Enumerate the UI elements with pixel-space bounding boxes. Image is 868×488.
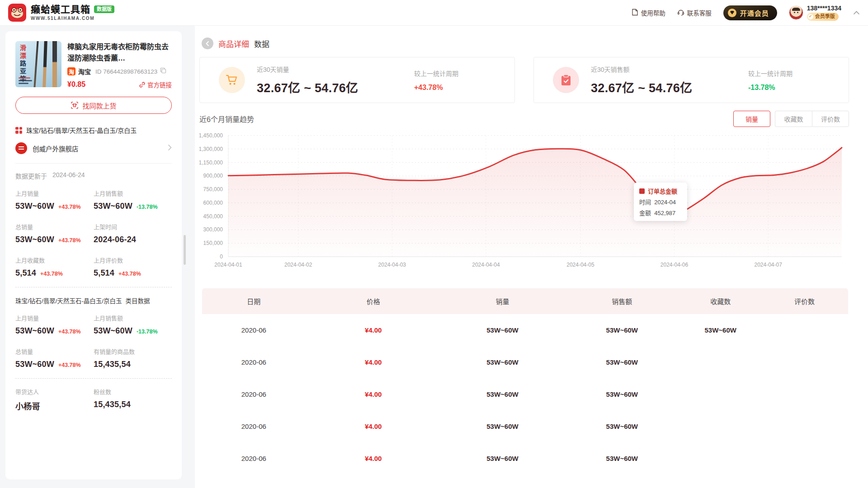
open-vip-button[interactable]: 开通会员 [723, 5, 777, 20]
copy-icon[interactable] [160, 67, 166, 75]
svg-text:2024-04-06: 2024-04-06 [660, 262, 689, 268]
influencer-grid: 带货达人 小杨哥 粉丝数 15,435,54 [15, 387, 172, 412]
table-cell: 2020-06 [202, 326, 306, 334]
card-delta: -13.78% [748, 84, 793, 92]
help-link[interactable]: 使用帮助 [632, 8, 665, 17]
table-row[interactable]: 2020-06¥4.0053W~60W53W~60W53W~60W [202, 314, 848, 346]
card-value: 32.67亿 ~ 54.76亿 [591, 78, 740, 96]
chart-tab-sales[interactable]: 销量 [733, 111, 770, 127]
table-cell: 53W~60W [564, 358, 680, 366]
shop-row[interactable]: 创威户外旗舰店 [15, 142, 172, 154]
category-stat-cell: 上月销量53W~60W+43.78% [15, 314, 94, 336]
table-header-cell: 日期 [202, 296, 306, 306]
back-button[interactable] [202, 38, 213, 49]
stat-delta: -13.78% [137, 204, 158, 210]
svg-text:1,300,000: 1,300,000 [199, 146, 223, 152]
product-stat-cell: 总销量53W~60W+43.78% [15, 222, 94, 244]
svg-text:900,000: 900,000 [203, 173, 223, 179]
category-data-title: 珠宝/钻石/翡翠/天然玉石-晶白玉/京白玉类目数据 [15, 296, 172, 305]
table-row[interactable]: 2020-06¥4.0053W~60W53W~60W [202, 378, 848, 410]
product-image-bullets [19, 77, 32, 84]
table-cell: 53W~60W [680, 326, 761, 334]
category-stat-cell: 上月销售额53W~60W-13.78% [94, 314, 172, 336]
scan-shirt-icon [71, 101, 79, 109]
stat-delta: +43.78% [40, 271, 63, 277]
avatar [789, 5, 803, 20]
table-row[interactable]: 2020-06¥4.0053W~60W53W~60W [202, 410, 848, 442]
updated-date: 2024-06-24 [52, 171, 85, 180]
top-right-nav: 使用帮助 联系客服 开通会员 [632, 5, 860, 21]
table-cell: 53W~60W [564, 455, 680, 462]
stat-delta: +43.78% [58, 237, 81, 244]
product-sidebar: 滑漂路亚竿 樟脑丸家用无毒衣柜防霉防虫去湿防潮除虫香薰… 淘 淘宝 ID 766… [5, 31, 182, 479]
table-header-cell: 评价数 [761, 296, 848, 306]
product-id: ID 7664428987663123 [95, 68, 157, 75]
data-edition-badge: 数据版 [94, 5, 114, 13]
sales-amount-card: 近30天销售额 32.67亿 ~ 54.76亿 较上一统计周期 -13.78% [533, 57, 849, 103]
shop-name: 创威户外旗舰店 [33, 144, 79, 153]
chevron-up-icon[interactable] [853, 9, 860, 17]
top-bar: 癞蛤蟆工具箱 数据版 WWW.51LAIHAMA.COM 使用帮助 [0, 0, 868, 26]
product-title: 樟脑丸家用无毒衣柜防霉防虫去湿防潮除虫香薰… [67, 41, 172, 64]
category-row: 珠宝/钻石/翡翠/天然玉石-晶白玉/京白玉 [15, 126, 172, 135]
card-label: 近30天销量 [257, 65, 406, 74]
user-account[interactable]: 138****1334 ✔ 会员季版 [789, 5, 841, 21]
stat-value: 53W~60W [15, 326, 54, 336]
document-icon [632, 9, 638, 17]
official-link[interactable]: 官方链接 [139, 80, 172, 89]
link-icon [139, 82, 145, 88]
find-same-item-button[interactable]: 找同款上货 [15, 97, 172, 114]
stat-label: 上月收藏数 [15, 256, 94, 264]
page: 癞蛤蟆工具箱 数据版 WWW.51LAIHAMA.COM 使用帮助 [0, 0, 868, 488]
table-cell: 2020-06 [202, 455, 306, 462]
history-table: 日期价格销量销售额收藏数评价数 2020-06¥4.0053W~60W53W~6… [202, 288, 848, 488]
chart-tab-group: 销量收藏数评价数 [733, 111, 849, 127]
svg-text:2024-04-05: 2024-04-05 [566, 262, 594, 268]
compare-label: 较上一统计周期 [414, 69, 458, 78]
stat-label: 有销量的商品数 [94, 347, 172, 356]
app-title: 癞蛤蟆工具箱 [31, 5, 90, 14]
toad-logo-icon [8, 4, 26, 22]
product-image[interactable]: 滑漂路亚竿 [15, 41, 61, 87]
cart-icon [219, 67, 245, 93]
stat-value: 53W~60W [15, 202, 54, 211]
stat-label: 上月销售额 [94, 189, 172, 197]
contact-support-link[interactable]: 联系客服 [677, 8, 712, 17]
brand-url: WWW.51LAIHAMA.COM [31, 16, 114, 21]
table-row[interactable]: 2020-06¥4.0053W~60W53W~60W [202, 474, 848, 488]
chevron-right-icon [168, 144, 172, 152]
svg-text:2024-04-03: 2024-04-03 [378, 262, 406, 268]
table-cell: 2020-06 [202, 422, 306, 430]
clipboard-icon [553, 67, 579, 93]
brand-text: 癞蛤蟆工具箱 数据版 WWW.51LAIHAMA.COM [31, 5, 114, 21]
svg-text:300,000: 300,000 [203, 226, 223, 233]
table-cell: 53W~60W [564, 422, 680, 430]
table-row[interactable]: 2020-06¥4.0053W~60W53W~60W [202, 346, 848, 378]
stat-value: 5,514 [15, 268, 36, 278]
stat-delta: +43.78% [58, 204, 81, 210]
svg-text:2024-04-02: 2024-04-02 [284, 262, 312, 268]
svg-text:150,000: 150,000 [203, 240, 223, 246]
table-cell: ¥4.00 [306, 326, 441, 334]
chart-tab-reviews[interactable]: 评价数 [812, 111, 849, 127]
stat-delta: +43.78% [58, 362, 81, 368]
scrollbar-thumb[interactable] [184, 235, 186, 265]
page-title-suffix: 数据 [254, 38, 269, 49]
stat-label: 上月销售额 [94, 314, 172, 322]
chart-tooltip: 订单总金额 时间 2024-04 金额 452,987 [634, 183, 687, 221]
chart-title: 近6个月销量趋势 [199, 113, 254, 124]
platform-label: 淘宝 [78, 67, 91, 76]
taobao-icon: 淘 [67, 67, 75, 75]
stat-label: 总销量 [15, 222, 94, 231]
vip-diamond-icon [728, 9, 736, 17]
chart-tab-favorites[interactable]: 收藏数 [775, 111, 812, 127]
product-price: ¥0.85 [67, 80, 85, 89]
brand: 癞蛤蟆工具箱 数据版 WWW.51LAIHAMA.COM [8, 4, 114, 22]
product-stat-cell: 上月销量53W~60W+43.78% [15, 189, 94, 211]
stat-delta: -13.78% [137, 328, 158, 335]
table-row[interactable]: 2020-06¥4.0053W~60W53W~60W [202, 442, 848, 474]
stat-value: 53W~60W [15, 235, 54, 244]
sales-volume-card: 近30天销量 32.67亿 ~ 54.76亿 较上一统计周期 +43.78% [199, 57, 515, 103]
svg-text:450,000: 450,000 [203, 213, 223, 220]
table-cell: 53W~60W [441, 455, 564, 462]
